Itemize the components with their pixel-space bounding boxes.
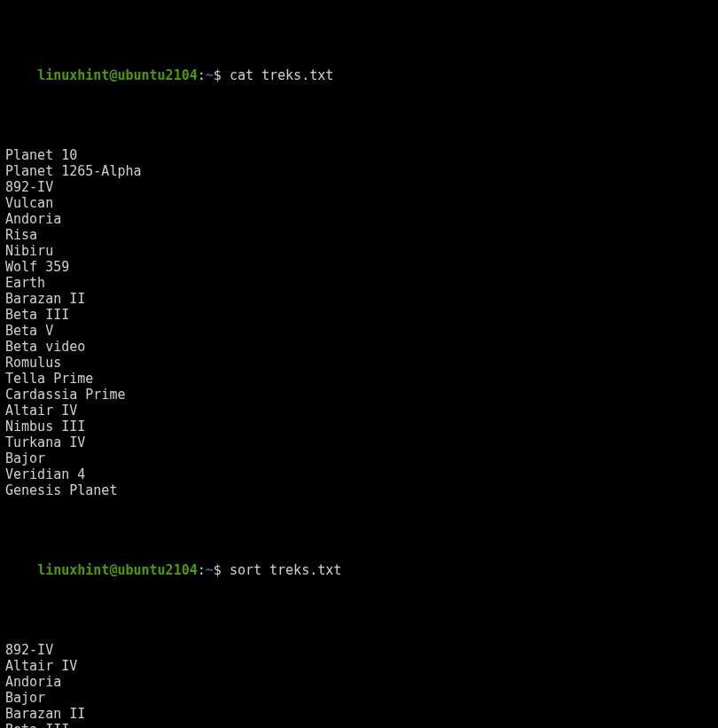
output-line: Altair IV xyxy=(5,403,713,419)
output-line: Planet 10 xyxy=(5,147,713,163)
output-line: Wolf 359 xyxy=(5,259,713,275)
prompt-line-1: linuxhint@ubuntu2104:~$ cat treks.txt xyxy=(5,51,713,99)
output-line: Turkana IV xyxy=(5,434,713,450)
output-line: Tella Prime xyxy=(5,371,713,387)
output-line: Nimbus III xyxy=(5,419,713,434)
output-line: Romulus xyxy=(5,355,713,371)
output-line: Andoria xyxy=(5,211,713,227)
command-1: cat treks.txt xyxy=(230,67,333,83)
output-line: Genesis Planet xyxy=(5,482,713,498)
terminal-window[interactable]: linuxhint@ubuntu2104:~$ cat treks.txt Pl… xyxy=(5,4,713,728)
output-line: Vulcan xyxy=(5,195,713,211)
prompt-line-2: linuxhint@ubuntu2104:~$ sort treks.txt xyxy=(5,546,713,594)
output-line: Planet 1265-Alpha xyxy=(5,163,713,179)
output-line: Beta V xyxy=(5,323,713,339)
output-line: Andoria xyxy=(5,674,713,690)
prompt-user-host: linuxhint@ubuntu2104 xyxy=(37,562,198,578)
output-line: Beta video xyxy=(5,339,713,355)
prompt-colon: : xyxy=(198,562,206,578)
output-line: Nibiru xyxy=(5,243,713,259)
prompt-path: ~ xyxy=(206,562,214,578)
output-block-1: Planet 10Planet 1265-Alpha892-IVVulcanAn… xyxy=(5,147,713,498)
output-block-2: 892-IVAltair IVAndoriaBajorBarazan IIBet… xyxy=(5,642,713,728)
output-line: Bajor xyxy=(5,690,713,706)
prompt-dollar: $ xyxy=(214,67,222,83)
prompt-dollar: $ xyxy=(214,562,222,578)
output-line: 892-IV xyxy=(5,179,713,195)
prompt-colon: : xyxy=(198,67,206,83)
output-line: Beta III xyxy=(5,722,713,728)
command-2: sort treks.txt xyxy=(230,562,341,578)
output-line: Altair IV xyxy=(5,658,713,674)
output-line: Barazan II xyxy=(5,291,713,307)
output-line: Earth xyxy=(5,275,713,291)
output-line: Barazan II xyxy=(5,706,713,722)
output-line: Risa xyxy=(5,227,713,243)
output-line: Veridian 4 xyxy=(5,466,713,482)
output-line: Bajor xyxy=(5,450,713,466)
prompt-path: ~ xyxy=(206,67,214,83)
output-line: 892-IV xyxy=(5,642,713,658)
output-line: Beta III xyxy=(5,307,713,323)
prompt-user-host: linuxhint@ubuntu2104 xyxy=(37,67,198,83)
output-line: Cardassia Prime xyxy=(5,387,713,403)
